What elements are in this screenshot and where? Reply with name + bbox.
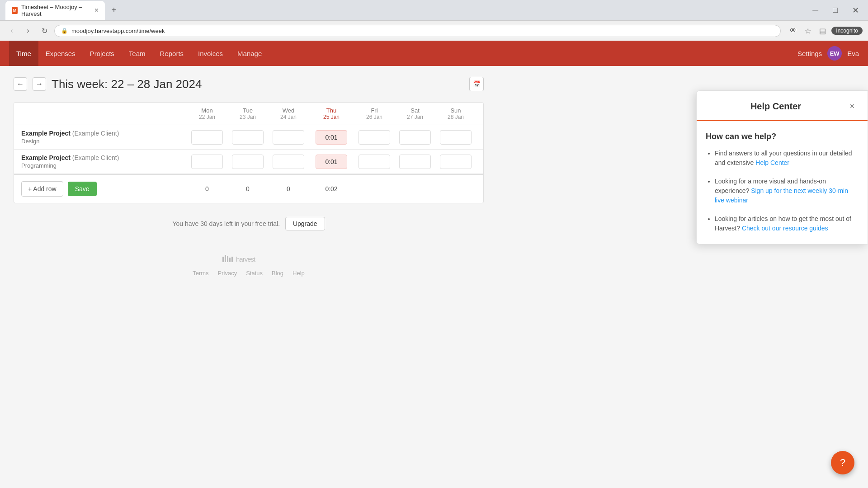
add-row-button[interactable]: + Add row: [21, 181, 63, 197]
row-2-tue-cell: [227, 155, 268, 169]
prev-week-button[interactable]: ←: [14, 77, 27, 91]
thu-total: 0:02: [309, 185, 354, 192]
minimize-button[interactable]: ─: [809, 4, 822, 17]
nav-link-expenses[interactable]: Expenses: [38, 41, 83, 66]
tue-day-date: 23 Jan: [240, 114, 256, 120]
terms-link[interactable]: Terms: [193, 270, 208, 277]
row-2-wed-input[interactable]: [273, 155, 304, 169]
help-link[interactable]: Help: [292, 270, 305, 277]
row-1-project-info: Example Project (Example Client) Design: [21, 130, 187, 145]
top-navigation: Time Expenses Projects Team Reports Invo…: [0, 41, 868, 66]
row-2-sat-input[interactable]: [399, 155, 431, 169]
row-1-mon-cell: [187, 130, 227, 145]
nav-links: Time Expenses Projects Team Reports Invo…: [9, 41, 269, 66]
back-button[interactable]: ‹: [5, 24, 18, 37]
row-1-thu-input[interactable]: [316, 130, 347, 145]
nav-link-reports[interactable]: Reports: [153, 41, 191, 66]
svg-rect-3: [229, 258, 231, 262]
blog-link[interactable]: Blog: [272, 270, 283, 277]
forward-button[interactable]: ›: [22, 24, 34, 37]
row-2-project-info: Example Project (Example Client) Program…: [21, 154, 187, 169]
user-name[interactable]: Eva: [847, 50, 859, 57]
next-week-button[interactable]: →: [33, 77, 46, 91]
sidebar-icon[interactable]: ▤: [817, 25, 828, 36]
help-panel-title: Help Center: [706, 101, 846, 112]
row-2-project-name: Example Project (Example Client): [21, 154, 187, 161]
window-controls: ─ □ ✕: [809, 4, 863, 17]
browser-top-bar: M Timesheet – Moodjoy – Harvest × + ─ □ …: [0, 0, 868, 20]
week-title: This week: 22 – 28 Jan 2024: [52, 77, 202, 91]
row-2-thu-input[interactable]: [316, 155, 347, 169]
help-panel-body: How can we help? Find answers to all you…: [697, 121, 868, 244]
mon-day-date: 22 Jan: [199, 114, 215, 120]
reload-button[interactable]: ↻: [38, 24, 51, 37]
browser-tab[interactable]: M Timesheet – Moodjoy – Harvest ×: [5, 1, 105, 20]
maximize-button[interactable]: □: [829, 4, 841, 17]
help-fab-button[interactable]: ?: [831, 451, 854, 474]
new-tab-button[interactable]: +: [108, 5, 119, 16]
tue-total: 0: [227, 185, 268, 192]
help-close-button[interactable]: ×: [846, 100, 859, 113]
settings-link[interactable]: Settings: [797, 50, 822, 57]
calendar-icon[interactable]: 📅: [469, 77, 484, 91]
mon-total: 0: [187, 185, 227, 192]
footer-links: Terms Privacy Status Blog Help: [23, 270, 475, 277]
mon-column-header: Mon 22 Jan: [187, 107, 227, 120]
browser-chrome: M Timesheet – Moodjoy – Harvest × + ─ □ …: [0, 0, 868, 41]
sun-column-header: Sun 28 Jan: [435, 107, 476, 120]
nav-link-projects[interactable]: Projects: [83, 41, 122, 66]
thu-day-date: 25 Jan: [323, 114, 340, 120]
sat-day-name: Sat: [410, 107, 420, 114]
nav-link-team[interactable]: Team: [122, 41, 153, 66]
harvest-logo-svg: harvest: [222, 253, 276, 264]
tab-favicon: M: [12, 7, 18, 14]
save-button[interactable]: Save: [68, 182, 97, 196]
footer-actions: + Add row Save: [21, 181, 187, 197]
close-button[interactable]: ✕: [849, 4, 863, 17]
security-lock-icon: 🔒: [61, 28, 68, 34]
row-2-fri-input[interactable]: [359, 155, 390, 169]
row-1-project-name: Example Project (Example Client): [21, 130, 187, 137]
row-2-sun-cell: [435, 155, 476, 169]
tab-close-button[interactable]: ×: [94, 7, 99, 14]
row-2-tue-input[interactable]: [232, 155, 264, 169]
row-1-wed-input[interactable]: [273, 130, 304, 145]
browser-action-icons: 👁 ☆ ▤ Incognito: [788, 25, 863, 36]
row-2-mon-input[interactable]: [191, 155, 223, 169]
status-link[interactable]: Status: [246, 270, 263, 277]
nav-link-manage[interactable]: Manage: [230, 41, 269, 66]
help-center-panel: Help Center × How can we help? Find answ…: [696, 90, 868, 244]
row-1-thu-cell: [309, 130, 354, 145]
address-bar[interactable]: 🔒 moodjoy.harvestapp.com/time/week: [54, 25, 781, 37]
privacy-link[interactable]: Privacy: [218, 270, 237, 277]
row-1-sat-cell: [395, 130, 435, 145]
row-1-sat-input[interactable]: [399, 130, 431, 145]
star-icon[interactable]: ☆: [802, 25, 813, 36]
row-1-mon-input[interactable]: [191, 130, 223, 145]
help-center-link[interactable]: Help Center: [755, 159, 789, 166]
resource-guides-link[interactable]: Check out our resource guides: [742, 225, 828, 232]
nav-link-time[interactable]: Time: [9, 41, 38, 66]
main-content: ← → This week: 22 – 28 Jan 2024 📅 Mon 22…: [0, 66, 497, 296]
tue-column-header: Tue 23 Jan: [227, 107, 268, 120]
eye-slash-icon[interactable]: 👁: [788, 25, 799, 36]
wed-day-date: 24 Jan: [280, 114, 297, 120]
sun-day-date: 28 Jan: [448, 114, 464, 120]
week-header: ← → This week: 22 – 28 Jan 2024 📅: [14, 77, 484, 91]
row-1-fri-input[interactable]: [359, 130, 390, 145]
row-2-fri-cell: [354, 155, 395, 169]
tab-title: Timesheet – Moodjoy – Harvest: [21, 4, 88, 17]
svg-rect-1: [225, 255, 226, 262]
upgrade-button[interactable]: Upgrade: [285, 217, 325, 230]
row-2-sun-input[interactable]: [440, 155, 472, 169]
harvest-logo: harvest: [23, 253, 475, 266]
row-1-tue-input[interactable]: [232, 130, 264, 145]
timesheet-header-row: Mon 22 Jan Tue 23 Jan Wed 24 Jan Thu 25 …: [14, 103, 483, 125]
row-1-sun-input[interactable]: [440, 130, 472, 145]
mon-day-name: Mon: [201, 107, 212, 114]
row-1-project-title: Example Project: [21, 130, 71, 137]
svg-rect-2: [227, 256, 228, 262]
table-row: Example Project (Example Client) Design: [14, 125, 483, 150]
nav-link-invoices[interactable]: Invoices: [191, 41, 230, 66]
user-avatar: EW: [827, 46, 842, 61]
